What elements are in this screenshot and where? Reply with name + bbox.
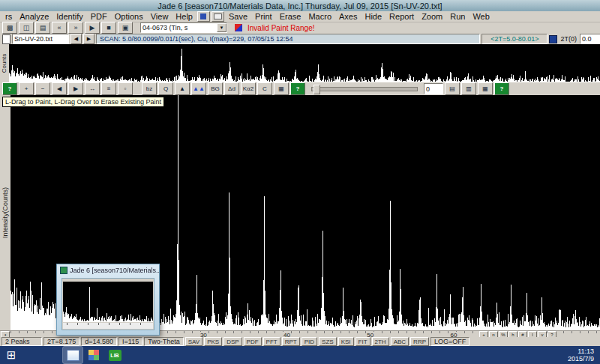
two-theta-display: 2T=8.175	[44, 337, 80, 346]
phase-dropdown-value: 04-0673 (Tin, s	[142, 24, 188, 31]
save-icon[interactable]	[197, 11, 210, 22]
lib-taskbar-icon[interactable]: LIB	[105, 347, 124, 363]
grid-icon[interactable]: ▣	[118, 22, 133, 34]
delta-d-icon[interactable]: Δd	[224, 82, 239, 95]
preview-title: Jade 6 [season710/Materials...	[70, 267, 159, 274]
jade-window: Jade 6 [season710/Materials Data, Inc.] …	[0, 0, 600, 364]
rrp-button[interactable]: RRP	[410, 337, 429, 346]
dictionary-taskbar-icon[interactable]	[84, 347, 104, 363]
help-icon[interactable]: ?	[2, 82, 17, 95]
menu-pdf[interactable]: PDF	[87, 12, 111, 21]
help-icon[interactable]: ?	[494, 82, 509, 95]
menu-erase[interactable]: Erase	[276, 12, 305, 21]
forward-icon[interactable]: »	[68, 22, 83, 34]
menu-hide[interactable]: Hide	[361, 12, 386, 21]
overview-chart-row: Counts	[0, 44, 600, 82]
layout3-icon[interactable]: ▦	[478, 82, 493, 95]
bz-filter-icon[interactable]: bz	[142, 82, 157, 95]
stop-icon[interactable]: ■	[101, 22, 116, 34]
two-theta-offset-label: 2T(0)	[559, 35, 578, 43]
printer-icon	[214, 13, 222, 19]
menu-web[interactable]: Web	[469, 12, 493, 21]
main-y-label: Intensity(Counts)	[2, 187, 9, 238]
tth-button[interactable]: 2TH	[372, 337, 389, 346]
abc-button[interactable]: ABC	[391, 337, 409, 346]
paint-tooltip: L-Drag to Paint, L-Drag Over to Erase Ex…	[2, 97, 164, 107]
menu-macro[interactable]: Macro	[304, 12, 335, 21]
start-button[interactable]: ⊞	[0, 346, 22, 364]
axis-mode-display: Two-Theta	[144, 337, 184, 346]
szs-button[interactable]: SZS	[319, 337, 337, 346]
titlebar[interactable]: Jade 6 [season710/Materials Data, Inc.] …	[0, 0, 600, 11]
kalpha2-icon[interactable]: Kα2	[241, 82, 256, 95]
tile-icon[interactable]: ◫	[19, 22, 34, 34]
rpt-button[interactable]: RPT	[282, 337, 300, 346]
taskbar-clock[interactable]: 11:13 2015/7/9	[568, 348, 594, 363]
menu-options[interactable]: Options	[111, 12, 147, 21]
tab-next-button[interactable]: ▶	[83, 34, 94, 44]
window-title: Jade 6 [season710/Materials Data, Inc.] …	[158, 1, 442, 10]
pft-button[interactable]: PFT	[263, 337, 280, 346]
help-icon[interactable]: ?	[290, 82, 305, 95]
file-tab[interactable]: Sn-UV-20.txt	[12, 34, 69, 44]
tab-prev-button[interactable]: ◀	[70, 34, 82, 44]
ksi-button[interactable]: KSI	[338, 337, 354, 346]
clock-date: 2015/7/9	[568, 355, 594, 363]
zoom-out-icon[interactable]: −	[35, 82, 50, 95]
zoom-tool-icon[interactable]: Q	[158, 82, 173, 95]
report-icon[interactable]: ▤	[35, 22, 50, 34]
phase-dropdown[interactable]: 04-0673 (Tin, s ▼	[140, 22, 227, 33]
overview-chart[interactable]	[9, 44, 600, 82]
dsp-button[interactable]: DSP	[224, 337, 242, 346]
menu-save[interactable]: Save	[225, 12, 251, 21]
menu-identify[interactable]: Identify	[52, 12, 86, 21]
d-spacing-display: d=14.580	[81, 337, 117, 346]
background-icon[interactable]: BG	[208, 82, 223, 95]
scroll-left-icon[interactable]: ◀	[52, 82, 67, 95]
pid-button[interactable]: PID	[302, 337, 317, 346]
peak-paint-icon[interactable]: ▲▲	[191, 82, 206, 95]
scroll-right-icon[interactable]: ▶	[68, 82, 83, 95]
pdf-button[interactable]: PDF	[244, 337, 262, 346]
menu-report[interactable]: Report	[386, 12, 418, 21]
chevron-down-icon[interactable]: ▼	[217, 23, 226, 32]
menu-rs[interactable]: rs	[2, 12, 16, 21]
dot-icon[interactable]: ▫	[118, 82, 133, 95]
slider-knob[interactable]	[314, 85, 320, 94]
menu-print[interactable]: Print	[251, 12, 276, 21]
scan-info: SCAN: 5.0/80.0099/0.01/1(sec), Cu, I(max…	[96, 34, 480, 44]
menu-zoom[interactable]: Zoom	[418, 12, 446, 21]
rewind-icon[interactable]: «	[52, 22, 67, 34]
menu-axes[interactable]: Axes	[335, 12, 361, 21]
paint-slider[interactable]	[311, 87, 418, 91]
zoom-in-icon[interactable]: +	[19, 82, 34, 95]
pks-button[interactable]: PKS	[204, 337, 222, 346]
sav-button[interactable]: SAV	[185, 337, 202, 346]
menu-help[interactable]: Help	[172, 12, 196, 21]
jade-taskbar-icon[interactable]	[63, 347, 82, 363]
layout1-icon[interactable]: ▤	[445, 82, 460, 95]
list-icon[interactable]: ≡	[101, 82, 116, 95]
fit-button[interactable]: FIT	[356, 337, 370, 346]
file-icon	[2, 34, 10, 44]
menu-run[interactable]: Run	[446, 12, 469, 21]
menu-view[interactable]: View	[147, 12, 172, 21]
centroid-icon[interactable]: C	[257, 82, 272, 95]
profile-icon[interactable]: ▲	[175, 82, 190, 95]
paint-level-input[interactable]: 0	[424, 83, 443, 94]
two-theta-checkbox[interactable]	[549, 35, 557, 43]
lib-icon: LIB	[109, 350, 122, 361]
paint-range-icon	[235, 24, 242, 31]
layout2-icon[interactable]: ▥	[461, 82, 476, 95]
overview-y-axis: Counts	[0, 44, 9, 82]
full-range-icon[interactable]: ↔	[85, 82, 100, 95]
menu-analyze[interactable]: Analyze	[16, 12, 52, 21]
print-icon[interactable]	[212, 11, 224, 22]
jade-app-icon	[60, 267, 68, 274]
preview-chart	[62, 278, 154, 330]
two-theta-offset-input[interactable]: 0.0	[580, 34, 600, 44]
windows-icon[interactable]: ▩	[2, 22, 17, 34]
play-icon[interactable]: ▶	[85, 22, 100, 34]
grid-toggle-icon[interactable]: ▦	[274, 82, 289, 95]
taskbar-preview[interactable]: Jade 6 [season710/Materials...	[56, 264, 160, 336]
